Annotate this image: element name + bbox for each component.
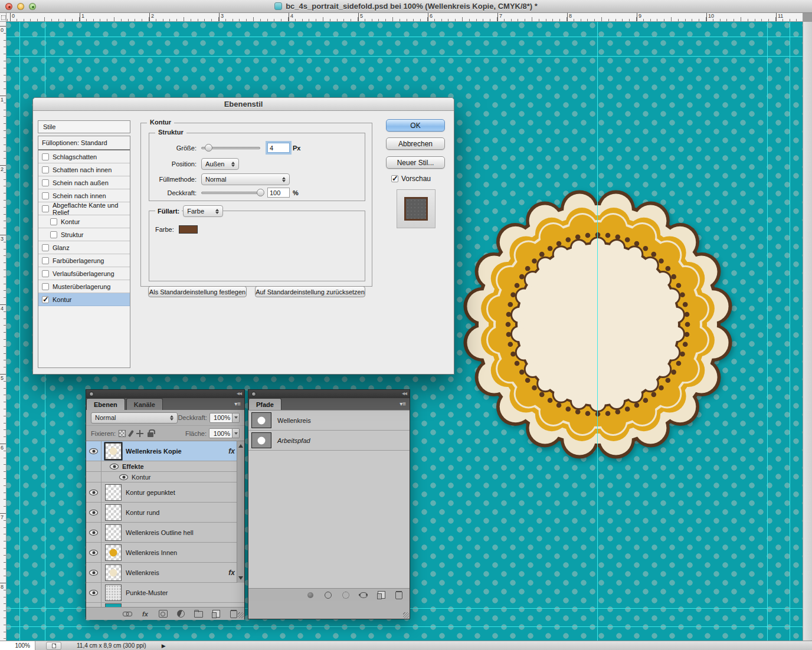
vertical-ruler[interactable]: 0 1 2 3 4 5 6 7 8 (0, 22, 6, 641)
layer-row-wellenkreis-outline-hell[interactable]: Wellenkreis Outline hell (86, 523, 244, 543)
guide-horizontal[interactable] (6, 626, 803, 627)
layer-thumbnail[interactable] (105, 443, 122, 459)
list-item-inner-shadow[interactable]: Schatten nach innen (38, 163, 130, 176)
layer-style-icon[interactable]: fx (140, 610, 150, 618)
layer-name[interactable]: Wellenkreis Outline hell (126, 529, 244, 536)
tab-kanaele[interactable]: Kanäle (126, 398, 163, 410)
eye-icon[interactable] (89, 570, 98, 576)
adjustment-layer-icon[interactable] (176, 610, 185, 618)
ruler-origin-box[interactable] (0, 13, 6, 22)
lock-position-icon[interactable] (136, 430, 143, 437)
horizontal-ruler[interactable]: 0 1 2 3 4 5 6 7 8 9 10 11 (6, 13, 803, 22)
window-titlebar[interactable]: bc_4s_portrait_sidefold.psd bei 100% (We… (0, 0, 812, 13)
visibility-cell[interactable] (86, 563, 102, 582)
guide-vertical[interactable] (19, 22, 20, 641)
eye-icon[interactable] (89, 510, 98, 516)
filltype-select[interactable]: Farbe (183, 205, 223, 217)
layer-name[interactable]: Wellenkreis (126, 569, 228, 576)
slider-track[interactable] (201, 192, 260, 194)
checkbox[interactable] (42, 153, 49, 160)
size-slider[interactable] (201, 144, 260, 152)
panel-resize-grip[interactable] (238, 612, 244, 618)
scroll-up-icon[interactable] (237, 442, 244, 449)
path-row-arbeitspfad[interactable]: Arbeitspfad (248, 431, 410, 451)
eye-icon[interactable] (89, 490, 98, 495)
layer-thumbnail[interactable] (105, 544, 122, 561)
list-item-pattern-overlay[interactable]: Musterüberlagerung (38, 280, 130, 293)
panel-menu-icon[interactable]: ▾≡ (234, 400, 241, 407)
visibility-cell[interactable] (86, 523, 102, 542)
effect-kontur-row[interactable]: Kontur (86, 472, 244, 482)
checkbox[interactable] (42, 192, 49, 199)
fill-path-icon[interactable] (306, 591, 315, 599)
eye-icon[interactable] (119, 474, 128, 480)
layer-blendmode-select[interactable]: Normal (91, 412, 178, 424)
vertical-scrollbar[interactable] (803, 22, 812, 641)
layer-thumbnail[interactable] (105, 585, 122, 601)
panel-close-icon[interactable] (89, 392, 94, 396)
list-item-contour[interactable]: Kontur (38, 215, 130, 228)
collapse-panel-icon[interactable]: ◂◂ (237, 390, 241, 396)
blendmode-select[interactable]: Normal (201, 173, 290, 185)
size-input[interactable] (267, 143, 290, 153)
layer-name[interactable]: Punkte-Muster (126, 589, 244, 596)
layer-name[interactable]: Wellenkreis Innen (126, 549, 244, 556)
path-name[interactable]: Arbeitspfad (277, 437, 310, 444)
zoom-level-field[interactable]: 100% (0, 641, 35, 650)
eye-icon[interactable] (89, 550, 98, 556)
close-window-icon[interactable] (5, 3, 12, 10)
checkbox[interactable] (42, 283, 49, 290)
new-style-button[interactable]: Neuer Stil... (386, 156, 445, 169)
eye-icon[interactable] (89, 530, 98, 536)
layer-row-wellenkreis-kopie[interactable]: Wellenkreis Kopie fx (86, 441, 244, 461)
new-layer-icon[interactable] (211, 610, 221, 618)
scroll-down-icon[interactable] (237, 575, 244, 582)
list-item-color-overlay[interactable]: Farbüberlagerung (38, 254, 130, 267)
panel-titlebar[interactable]: ◂◂ (248, 390, 410, 398)
checkbox[interactable] (42, 179, 49, 186)
checkbox[interactable] (42, 205, 49, 212)
checkbox[interactable] (42, 244, 49, 251)
layer-row-kontur-rund[interactable]: Kontur rund (86, 503, 244, 523)
opacity-dropdown-icon[interactable] (233, 413, 240, 423)
visibility-cell[interactable] (86, 603, 102, 607)
list-item-bevel-emboss[interactable]: Abgeflachte Kante und Relief (38, 202, 130, 215)
make-work-path-icon[interactable] (359, 591, 368, 599)
checkbox[interactable] (42, 257, 49, 264)
tab-ebenen[interactable]: Ebenen (86, 398, 125, 410)
set-default-button[interactable]: Als Standardeinstellung festlegen (148, 286, 247, 297)
guide-vertical[interactable] (790, 22, 790, 641)
visibility-cell[interactable] (86, 503, 102, 522)
list-item-satin[interactable]: Glanz (38, 241, 130, 254)
list-item-outer-glow[interactable]: Schein nach außen (38, 176, 130, 189)
guide-vertical[interactable] (597, 22, 598, 641)
new-group-icon[interactable] (194, 610, 203, 618)
visibility-cell[interactable] (86, 543, 102, 562)
eye-icon[interactable] (110, 464, 119, 470)
effects-row[interactable]: Effekte (86, 461, 244, 472)
fx-badge-icon[interactable]: fx (228, 569, 235, 577)
opacity-slider[interactable] (201, 189, 260, 196)
guide-horizontal[interactable] (6, 37, 803, 37)
new-path-icon[interactable] (376, 591, 386, 599)
delete-layer-icon[interactable] (229, 610, 238, 618)
lock-transparency-icon[interactable] (119, 430, 126, 437)
checkbox-checked[interactable] (42, 296, 49, 303)
link-layers-icon[interactable] (123, 610, 132, 618)
visibility-cell[interactable] (86, 583, 102, 602)
effects-label[interactable]: Effekte (122, 463, 144, 470)
list-item-texture[interactable]: Struktur (38, 228, 130, 241)
layer-list-scrollbar[interactable] (237, 441, 244, 583)
position-select[interactable]: Außen (201, 158, 239, 170)
layer-opacity-value[interactable]: 100% (209, 413, 233, 423)
guide-vertical[interactable] (767, 22, 768, 641)
stroke-path-icon[interactable] (323, 591, 333, 599)
lock-all-icon[interactable] (148, 432, 153, 437)
path-thumbnail[interactable] (251, 432, 271, 448)
panel-titlebar[interactable]: ◂◂ (86, 390, 244, 398)
list-item-inner-glow[interactable]: Schein nach innen (38, 189, 130, 202)
reset-default-button[interactable]: Auf Standardeinstellung zurücksetzen (255, 286, 365, 297)
layer-name[interactable]: Wellenkreis Kopie (126, 448, 228, 455)
collapse-panel-icon[interactable]: ◂◂ (402, 390, 407, 396)
checkbox[interactable] (50, 231, 57, 238)
